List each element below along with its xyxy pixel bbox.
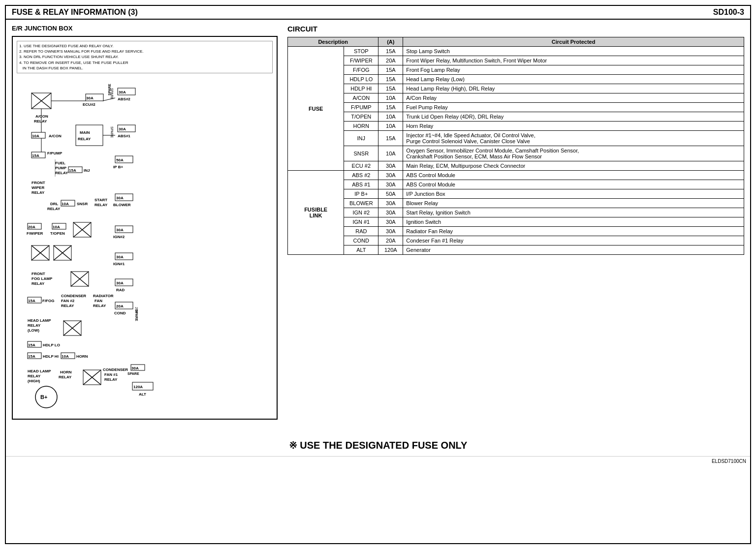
table-row: INJ15AInjector #1~#4, Idle Speed Actuato… (288, 131, 744, 146)
svg-text:FOG LAMP: FOG LAMP (32, 276, 53, 281)
headlamp-relay-low: HEAD LAMP RELAY (LOW) (28, 318, 51, 333)
fuse-name: F/FOG (344, 65, 378, 75)
page-code: SD100-3 (713, 8, 744, 17)
svg-text:HORN: HORN (60, 370, 72, 374)
svg-rect-14 (76, 125, 103, 146)
header-description: Description (288, 37, 378, 47)
drl-fuse: 10A (61, 200, 75, 206)
svg-text:HDLP HI: HDLP HI (43, 354, 59, 359)
svg-text:RELAY: RELAY (47, 207, 61, 211)
svg-text:15A: 15A (28, 354, 35, 359)
page-header: FUSE & RELAY INFORMATION (3) SD100-3 (6, 6, 750, 20)
fuse-amp: 30A (378, 217, 403, 227)
start-relay: START RELAY (94, 198, 108, 207)
svg-text:ABS#2: ABS#2 (118, 97, 130, 101)
svg-text:F/WIPER: F/WIPER (27, 231, 43, 236)
fuse-amp: 15A (378, 84, 403, 93)
fpump-fuse: 15A F/PUMP (32, 151, 63, 158)
fuse-amp: 15A (378, 47, 403, 56)
circuit-table: Description (A) Circuit Protected FUSEST… (287, 37, 744, 255)
svg-text:RELAY: RELAY (28, 374, 41, 378)
fuse-amp: 50A (378, 189, 403, 199)
circuit-protected: Generator (403, 245, 744, 255)
x-relay-headlamp-low (63, 321, 81, 336)
circuit-protected: Blower Relay (403, 199, 744, 208)
ffog-fuse: 15A F/FOG (28, 297, 54, 303)
circuit-protected: Head Lamp Relay (High), DRL Relay (403, 84, 744, 93)
svg-text:FAN: FAN (94, 299, 102, 303)
table-row: HORN10AHorn Relay (288, 122, 744, 131)
circuit-protected: Oxygen Sensor, Immobilizer Control Modul… (403, 146, 744, 161)
svg-text:B+: B+ (40, 394, 47, 400)
svg-text:A/CON: A/CON (49, 134, 62, 138)
svg-text:IP B+: IP B+ (113, 165, 123, 169)
svg-text:HORN: HORN (76, 354, 88, 359)
table-row: ABS #130AABS Control Module (288, 180, 744, 189)
x-relay-3 (54, 245, 71, 260)
svg-text:RELAY: RELAY (28, 323, 41, 328)
svg-text:FUEL: FUEL (55, 161, 65, 165)
svg-text:RAD: RAD (116, 288, 125, 292)
fuse-name: F/PUMP (344, 103, 378, 112)
svg-text:RELAY: RELAY (78, 137, 91, 141)
fuse-name: ABS #1 (344, 180, 378, 189)
svg-text:RELAY: RELAY (32, 190, 45, 195)
circuit-protected: Stop Lamp Switch (403, 47, 744, 56)
svg-text:RELAY: RELAY (32, 281, 45, 286)
x-relay-2 (32, 245, 49, 260)
svg-text:50A: 50A (116, 158, 124, 162)
fusible-section-label: FUSIBLE LINK (288, 171, 344, 255)
footer-code: ELDSD7100CN (6, 456, 750, 466)
svg-text:RELAY: RELAY (61, 304, 74, 308)
svg-text:30A: 30A (86, 96, 94, 100)
cond-fuse: 20A COND (114, 302, 133, 315)
junction-box-title: E/R JUNCTION BOX (12, 25, 278, 32)
fuse-amp: 15A (378, 65, 403, 75)
svg-text:10A: 10A (53, 225, 60, 229)
fuse-name: HORN (344, 122, 378, 131)
headlamp-relay-high: HEAD LAMP RELAY (HIGH) (28, 369, 51, 383)
rad-fuse: 30A RAD (115, 279, 133, 292)
note-4: 4. TO REMOVE OR INSERT FUSE, USE THE FUS… (19, 60, 270, 65)
svg-text:10A: 10A (62, 354, 69, 359)
svg-text:IGN#2: IGN#2 (113, 235, 125, 239)
fuse-amp: 10A (378, 146, 403, 161)
fwiper-fuse: 20A F/WIPER (27, 223, 43, 236)
circuit-protected: Start Relay, Ignition Switch (403, 208, 744, 217)
spare-label-v3b: 20A (135, 307, 138, 313)
svg-text:F/PUMP: F/PUMP (47, 151, 63, 155)
acon-fuse: 10A A/CON (32, 132, 62, 138)
fuse-name: HDLP LO (344, 75, 378, 84)
fuse-name: A/CON (344, 93, 378, 103)
fuse-section-label: FUSE (288, 47, 344, 171)
fuse-name: BLOWER (344, 199, 378, 208)
svg-text:HEAD LAMP: HEAD LAMP (28, 369, 51, 373)
circuit-protected: ABS Control Module (403, 171, 744, 180)
svg-text:(HIGH): (HIGH) (28, 379, 40, 383)
table-row: ALT120AGenerator (288, 245, 744, 255)
svg-text:30A: 30A (116, 196, 124, 200)
table-row: IGN #230AStart Relay, Ignition Switch (288, 208, 744, 217)
table-header-row: Description (A) Circuit Protected (288, 37, 744, 47)
svg-text:RELAY: RELAY (94, 203, 108, 207)
svg-text:RADIATOR: RADIATOR (93, 294, 114, 298)
svg-text:FRONT: FRONT (32, 181, 45, 185)
svg-text:RELAY: RELAY (55, 171, 68, 175)
fuse-amp: 15A (378, 131, 403, 146)
table-row: FUSIBLE LINKABS #230AABS Control Module (288, 171, 744, 180)
hdlplo-fuse: 15A HDLP LO (28, 341, 60, 347)
table-row: F/FOG15AFront Fog Lamp Relay (288, 65, 744, 75)
fuse-name: INJ (344, 131, 378, 146)
note-2: 2. REFER TO OWNER'S MANUAL FOR FUSE AND … (19, 49, 270, 54)
fuse-amp: 30A (378, 161, 403, 171)
page-title: FUSE & RELAY INFORMATION (3) (12, 8, 138, 17)
alt-fuse: 120A ALT (132, 382, 153, 397)
svg-text:DRL: DRL (50, 202, 59, 206)
svg-text:RELAY: RELAY (59, 375, 72, 379)
svg-text:30A: 30A (131, 366, 139, 370)
table-row: COND20ACondeser Fan #1 Relay (288, 236, 744, 245)
snsr-label: SNSR (77, 202, 88, 206)
fuse-name: IP B+ (344, 189, 378, 199)
bplus-terminal: B+ (35, 386, 57, 408)
svg-text:A/CON: A/CON (35, 114, 48, 119)
